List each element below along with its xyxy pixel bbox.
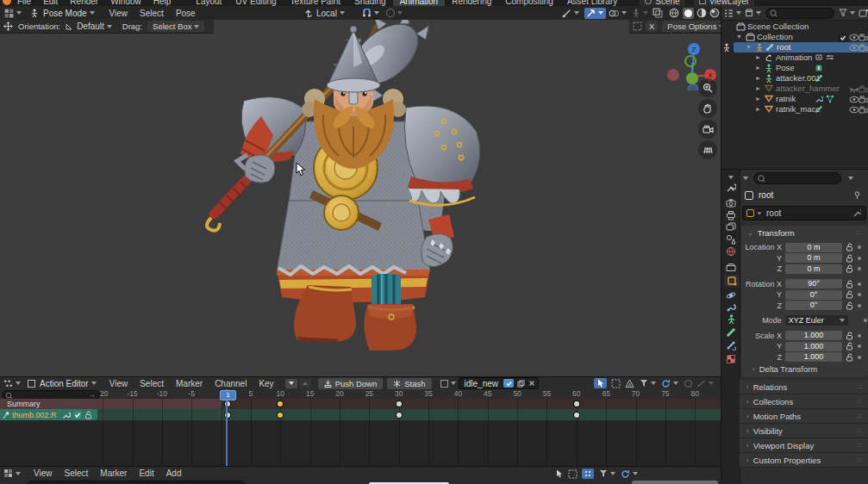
wireframe-shading-icon[interactable]	[669, 8, 679, 18]
camera-icon[interactable]	[859, 44, 868, 52]
pin-icon[interactable]	[853, 191, 861, 200]
dope-menu-select[interactable]: Select	[134, 379, 170, 388]
lock-icon[interactable]	[846, 290, 853, 299]
layer-next-button[interactable]	[299, 379, 311, 388]
camera-icon[interactable]	[859, 34, 868, 41]
lock-icon[interactable]	[846, 254, 853, 263]
viewlayer-selector[interactable]: ViewLayer	[694, 0, 755, 6]
transform-panel-header[interactable]: ⌄ Transform ∷	[740, 226, 867, 239]
character-model[interactable]	[185, 20, 487, 364]
browse-action-caret[interactable]	[451, 382, 456, 385]
properties-tab-texture[interactable]	[724, 353, 738, 365]
solid-shading-active[interactable]	[683, 8, 694, 19]
outliner-row-attacker-001[interactable]: ►attacker.001	[721, 73, 868, 84]
value-slider[interactable]: 1.000	[785, 331, 842, 340]
object-name-value[interactable]: root	[766, 208, 781, 218]
delta-transform-panel[interactable]: › Delta Transform	[740, 363, 867, 375]
checkbox-icon[interactable]	[839, 34, 847, 42]
lock-icon[interactable]	[846, 353, 853, 362]
dope-sheet-editor[interactable]: Action Editor ViewSelectMarkerChannelKey…	[0, 376, 721, 467]
outliner-item-label[interactable]: attacker_hammer	[776, 84, 840, 94]
outliner[interactable]: Scene Collection▼Collection▼root►Animati…	[721, 6, 868, 170]
tweak-tool-button[interactable]	[594, 378, 607, 388]
bottom-box-select-icon[interactable]	[568, 469, 578, 479]
properties-tab-object[interactable]	[724, 275, 740, 287]
dope-menu-marker[interactable]: Marker	[170, 379, 209, 388]
value-slider[interactable]: 0 m	[785, 243, 842, 252]
panel-collections[interactable]: ›Collections∷	[740, 394, 868, 409]
transform-pivot-icon[interactable]	[633, 22, 642, 31]
gizmos-dropdown[interactable]	[562, 9, 579, 18]
lock-icon[interactable]	[846, 264, 853, 273]
topbar-menu-window[interactable]: Window	[104, 0, 147, 6]
panel-relations[interactable]: ›Relations∷	[740, 380, 868, 394]
snap-enabled-toggle[interactable]	[584, 8, 606, 19]
animate-dot[interactable]	[858, 245, 861, 249]
animate-dot[interactable]	[864, 319, 867, 322]
new-collection-icon[interactable]	[859, 9, 868, 18]
orientation-default-dropdown[interactable]: Default	[77, 22, 104, 31]
bottom-menu-edit[interactable]: Edit	[133, 468, 159, 478]
checkbox-teal-icon[interactable]	[73, 411, 82, 419]
dope-menu-key[interactable]: Key	[253, 379, 279, 388]
xray-pose-dropdown[interactable]	[632, 9, 648, 18]
stash-button[interactable]: Stash	[387, 378, 431, 389]
channel-name-box[interactable]: thumb.002.R	[0, 409, 97, 420]
proportional-editing-toggle[interactable]	[386, 9, 403, 17]
keyframe[interactable]	[397, 413, 402, 418]
expander-closed-icon[interactable]: ►	[755, 75, 761, 81]
panel-viewport-display[interactable]: ›Viewport Display∷	[740, 438, 868, 453]
value-slider[interactable]: 0°	[785, 290, 842, 300]
outliner-item-label[interactable]: Pose	[776, 63, 795, 73]
viewport-menu-pose[interactable]: Pose	[170, 9, 202, 18]
display-mode-icon[interactable]	[745, 9, 753, 17]
bottom-menu-view[interactable]: View	[28, 468, 59, 478]
viewport-3d[interactable]: Pose Mode ViewSelectPose Local	[0, 6, 721, 376]
viewport-menu-select[interactable]: Select	[134, 9, 170, 18]
topbar-menu-file[interactable]: File	[11, 0, 37, 6]
bottom-menu-add[interactable]: Add	[160, 468, 188, 478]
expander-closed-icon[interactable]: ►	[755, 54, 761, 60]
topbar-menu-help[interactable]: Help	[147, 0, 178, 6]
properties-tab-scene[interactable]	[724, 233, 738, 245]
refresh-sync-icon[interactable]	[661, 379, 671, 388]
editor-type-caret[interactable]	[16, 11, 22, 15]
markers-region-icon[interactable]: A	[625, 379, 634, 388]
channel-name-box[interactable]: Summary	[0, 399, 222, 409]
bottom-editor-type-icon[interactable]	[3, 468, 13, 478]
properties-tab-view-layer[interactable]	[724, 221, 738, 233]
dope-editor-type-caret[interactable]	[16, 382, 21, 385]
value-slider[interactable]: 0 m	[785, 253, 842, 263]
animate-dot[interactable]	[858, 267, 861, 270]
nla-search-box[interactable]	[28, 481, 245, 484]
dope-mode-dropdown[interactable]: Action Editor	[40, 379, 89, 388]
outliner-row-root[interactable]: ▼root	[721, 42, 868, 53]
snapping-toggle[interactable]	[362, 9, 379, 18]
panel-custom-properties[interactable]: ›Custom Properties∷	[740, 453, 868, 468]
rendered-shading-icon[interactable]	[709, 8, 720, 18]
properties-tab-bone-constraint[interactable]	[724, 339, 738, 351]
channel-row[interactable]: thumb.002.R	[0, 409, 721, 420]
outliner-item-label[interactable]: root	[777, 42, 790, 53]
channel-row[interactable]: Summary	[0, 399, 721, 409]
animate-dot[interactable]	[858, 257, 861, 260]
expander-closed-icon[interactable]: ►	[755, 106, 761, 112]
browse-action-icon[interactable]	[440, 380, 448, 388]
pan-button[interactable]	[698, 99, 717, 118]
transform-orientation-dropdown[interactable]: Local	[303, 9, 345, 18]
outliner-item-label[interactable]: ratnik_mace	[776, 104, 821, 115]
lock-icon[interactable]	[846, 342, 853, 351]
properties-tab-render[interactable]	[724, 197, 738, 209]
lock-icon[interactable]	[846, 332, 853, 340]
value-slider[interactable]: 90°	[785, 279, 842, 289]
box-select-icon[interactable]	[611, 379, 621, 388]
unlink-action-icon[interactable]	[528, 380, 535, 387]
outliner-item-label[interactable]: attacker.001	[776, 73, 821, 84]
bottom-menu-marker[interactable]: Marker	[94, 468, 133, 478]
outliner-search-box[interactable]	[765, 8, 834, 19]
pin-icon[interactable]	[3, 411, 10, 419]
pose-options-dropdown[interactable]: Pose Options	[662, 21, 721, 32]
push-down-button[interactable]: Push Down	[318, 378, 384, 389]
expander-open-icon[interactable]: ▼	[736, 34, 742, 40]
outliner-row-scene-collection[interactable]: Scene Collection	[721, 22, 868, 32]
